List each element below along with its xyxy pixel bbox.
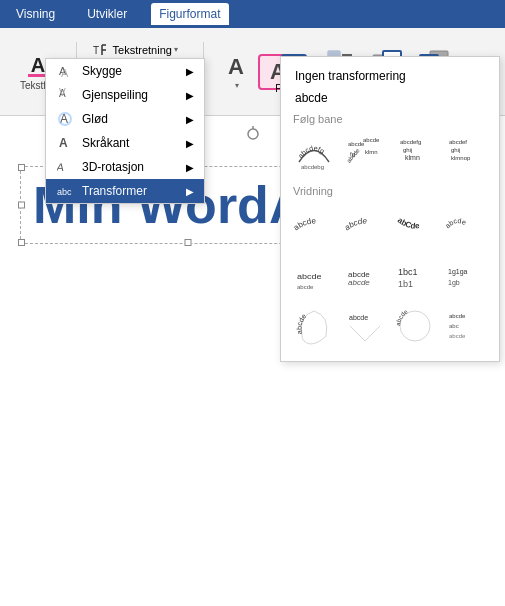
tekstretning-label: Tekstretning — [113, 44, 172, 56]
menu-item-gjenspeiling[interactable]: AA Gjenspeiling ▶ — [46, 83, 204, 107]
svg-text:A: A — [59, 88, 66, 97]
vridning-label: Vridning — [289, 181, 491, 199]
warp-wave[interactable]: abcde — [443, 203, 489, 249]
warp-circle2[interactable]: abcde — [392, 303, 438, 349]
svg-text:klmnop: klmnop — [451, 155, 471, 161]
svg-text:abcde: abcde — [349, 314, 368, 321]
svg-text:abcde: abcde — [363, 137, 380, 143]
ribbon-bar: Visning Utvikler Figurformat — [0, 0, 505, 28]
svg-text:abcde: abcde — [395, 308, 409, 326]
svg-text:abcdebg: abcdebg — [301, 164, 324, 170]
transformer-arrow: ▶ — [186, 186, 194, 197]
transform-arch-left[interactable]: abcdef ghij klmnop — [443, 131, 489, 177]
svg-text:A: A — [228, 54, 244, 79]
svg-text:1b1: 1b1 — [398, 279, 413, 289]
warp-arch-up[interactable]: abcde — [291, 203, 337, 249]
svg-text:A: A — [57, 161, 66, 173]
ribbon-content: A Tekstfyll T Tekstretning ▾ — [0, 28, 505, 116]
tab-visning[interactable]: Visning — [8, 3, 63, 25]
svg-text:abcde: abcde — [446, 217, 467, 230]
svg-text:abcde: abcde — [295, 312, 307, 334]
3d-icon: A — [56, 160, 74, 174]
warp-arch-down[interactable]: abCde — [392, 203, 438, 249]
menu-item-transformer[interactable]: abc Transformer ▶ — [46, 179, 204, 203]
warp-mixed1[interactable]: 1bc1 1b1 — [392, 253, 438, 299]
abcde-plain[interactable]: abcde — [289, 87, 491, 109]
svg-text:1gb: 1gb — [448, 279, 460, 287]
tab-figurformat[interactable]: Figurformat — [151, 3, 228, 25]
ingen-transform-label: Ingen transformering — [295, 69, 406, 83]
warp-diamond[interactable]: abcde — [342, 303, 388, 349]
menu-item-3d[interactable]: A 3D-rotasjon ▶ — [46, 155, 204, 179]
svg-text:1bc1: 1bc1 — [398, 267, 418, 277]
follow-path-label: Følg bane — [289, 109, 491, 127]
glod-icon: A — [56, 112, 74, 126]
warp-inflate[interactable]: abcde abcde — [291, 253, 337, 299]
warp-mixed2[interactable]: 1g1ga 1gb — [443, 253, 489, 299]
dropdown-menu: AA Skygge ▶ AA Gjenspeiling ▶ A Glød ▶ A… — [45, 58, 205, 204]
transform-arch-right[interactable]: abcdefg ghij klmn — [392, 131, 438, 177]
handle-ml[interactable] — [18, 202, 25, 209]
ingen-transform-btn[interactable]: Ingen transformering — [289, 65, 491, 87]
menu-item-skygge[interactable]: AA Skygge ▶ — [46, 59, 204, 83]
svg-text:ghij: ghij — [451, 147, 460, 153]
transform-arch-top[interactable]: abcdefgabcdebg — [291, 131, 337, 177]
handle-bm[interactable] — [185, 239, 192, 246]
tekststil-a-plain[interactable]: A ▾ — [216, 49, 256, 94]
svg-text:abcde: abcde — [297, 274, 321, 281]
svg-text:A: A — [31, 54, 45, 76]
svg-text:abcdef: abcdef — [449, 139, 467, 145]
rotation-handle[interactable] — [245, 126, 261, 142]
handle-tl[interactable] — [18, 164, 25, 171]
warp-deflate[interactable]: abcde abcde — [342, 253, 388, 299]
svg-text:ghij: ghij — [403, 147, 412, 153]
abcde-label: abcde — [295, 91, 328, 105]
warp-arch-italic[interactable]: abcde — [342, 203, 388, 249]
svg-text:A: A — [59, 136, 68, 150]
gjenspeiling-icon: AA — [56, 88, 74, 102]
svg-text:klmn: klmn — [405, 154, 420, 161]
svg-text:abcde: abcde — [294, 216, 317, 232]
svg-text:abcde: abcde — [297, 284, 314, 290]
svg-text:A: A — [61, 67, 69, 78]
svg-text:abc: abc — [57, 187, 72, 197]
glod-arrow: ▶ — [186, 114, 194, 125]
skygge-icon: AA — [56, 64, 74, 78]
3d-label: 3D-rotasjon — [82, 160, 144, 174]
svg-text:abcde: abcde — [345, 216, 368, 232]
tab-utvikler[interactable]: Utvikler — [79, 3, 135, 25]
gjenspeiling-label: Gjenspeiling — [82, 88, 148, 102]
3d-arrow: ▶ — [186, 162, 194, 173]
svg-text:abcde: abcde — [449, 333, 466, 339]
svg-text:T: T — [93, 45, 99, 56]
menu-item-skrakant[interactable]: A Skråkant ▶ — [46, 131, 204, 155]
skrakant-icon: A — [56, 136, 74, 150]
svg-text:abcdefg: abcdefg — [400, 139, 421, 145]
follow-path-grid: abcdefgabcdebg abcde abcde abcde fg klmn… — [289, 127, 491, 181]
transformer-icon: abc — [56, 184, 74, 198]
vridning-grid: abcde abcde abCde — [289, 199, 491, 353]
glod-label: Glød — [82, 112, 108, 126]
plain-a-icon: A — [222, 53, 250, 81]
svg-text:1g1ga: 1g1ga — [448, 268, 468, 276]
submenu-panel: Ingen transformering abcde Følg bane abc… — [280, 56, 500, 362]
svg-text:abcde: abcde — [449, 313, 466, 319]
tekstretning-arrow: ▾ — [174, 45, 178, 54]
gjenspeiling-arrow: ▶ — [186, 90, 194, 101]
tekstretning-icon: T — [93, 43, 109, 57]
warp-circle1[interactable]: abcde — [291, 303, 337, 349]
skrakant-arrow: ▶ — [186, 138, 194, 149]
svg-text:klmn: klmn — [365, 149, 378, 155]
svg-text:abc: abc — [449, 323, 459, 329]
svg-text:fg: fg — [350, 151, 355, 157]
skygge-arrow: ▶ — [186, 66, 194, 77]
a-plain-arrow: ▾ — [235, 81, 239, 90]
warp-layered[interactable]: abcde abc abcde — [443, 303, 489, 349]
skygge-label: Skygge — [82, 64, 122, 78]
svg-point-63 — [248, 129, 258, 139]
tekstretning-button[interactable]: T Tekstretning ▾ — [89, 41, 192, 59]
skrakant-label: Skråkant — [82, 136, 129, 150]
handle-bl[interactable] — [18, 239, 25, 246]
transform-wave-path[interactable]: abcde abcde abcde fg klmn — [342, 131, 388, 177]
menu-item-glod[interactable]: A Glød ▶ — [46, 107, 204, 131]
